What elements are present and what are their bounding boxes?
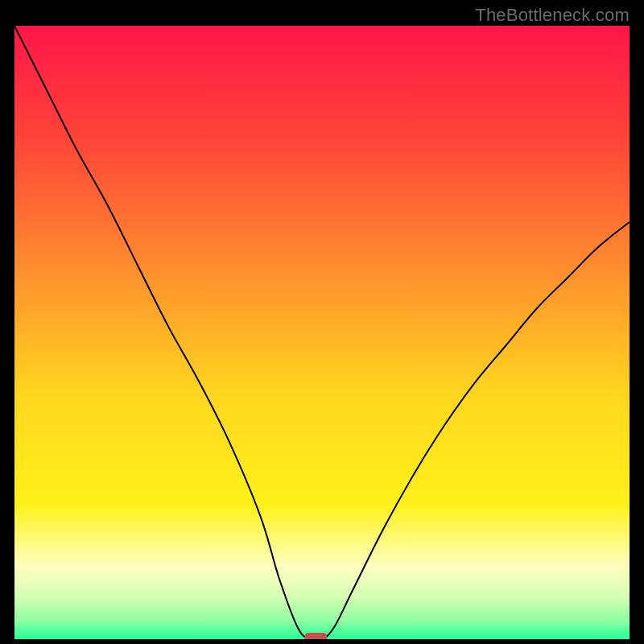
optimum-marker [304, 633, 327, 639]
bottleneck-chart [14, 26, 630, 639]
gradient-background [14, 26, 630, 639]
chart-frame: TheBottleneck.com [0, 0, 644, 644]
watermark-text: TheBottleneck.com [475, 5, 630, 26]
